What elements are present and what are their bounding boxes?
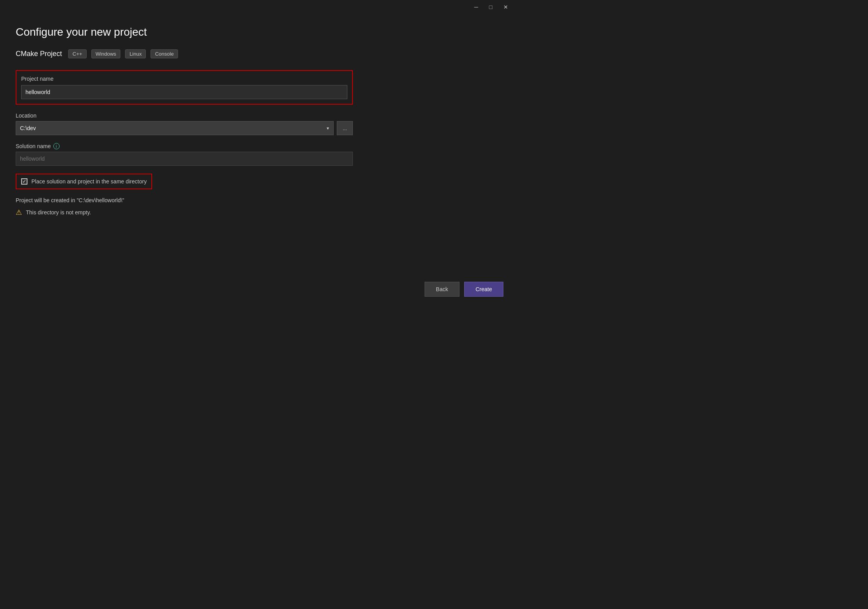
warning-text: This directory is not empty.	[26, 209, 91, 216]
same-directory-checkbox[interactable]: ✓	[21, 178, 27, 185]
maximize-button[interactable]: □	[487, 2, 495, 12]
project-name-label: Project name	[21, 76, 347, 82]
title-bar: ─ □ ✕	[0, 0, 515, 14]
location-label: Location	[16, 112, 353, 119]
minimize-button[interactable]: ─	[472, 2, 481, 12]
same-directory-label: Place solution and project in the same d…	[31, 178, 147, 185]
create-button[interactable]: Create	[464, 282, 503, 297]
location-row: C:\dev ▼ ...	[16, 121, 353, 135]
page-title: Configure your new project	[16, 26, 499, 38]
tag-windows: Windows	[91, 49, 121, 58]
project-name-input[interactable]	[21, 85, 347, 99]
back-button[interactable]: Back	[425, 282, 459, 297]
warning-icon: ⚠	[16, 208, 22, 217]
solution-name-input[interactable]	[16, 152, 353, 166]
solution-name-label: Solution name i	[16, 143, 353, 149]
solution-name-info-icon: i	[53, 143, 60, 149]
tag-linux: Linux	[125, 49, 146, 58]
location-select-wrapper: C:\dev ▼	[16, 121, 334, 135]
main-content: Configure your new project CMake Project…	[0, 14, 515, 228]
project-name-field-group: Project name	[16, 70, 353, 105]
solution-name-field-group: Solution name i	[16, 143, 353, 166]
location-select[interactable]: C:\dev	[16, 121, 334, 135]
tag-cpp: C++	[68, 49, 87, 58]
same-directory-checkbox-wrapper[interactable]: ✓ Place solution and project in the same…	[16, 174, 152, 189]
warning-row: ⚠ This directory is not empty.	[16, 208, 353, 217]
close-button[interactable]: ✕	[501, 2, 510, 12]
form-section: Project name Location C:\dev ▼ ... Solut…	[16, 70, 353, 217]
checkmark-icon: ✓	[22, 179, 26, 184]
tag-console: Console	[151, 49, 178, 58]
location-field-group: Location C:\dev ▼ ...	[16, 112, 353, 135]
bottom-bar: Back Create	[425, 282, 503, 297]
project-path-info: Project will be created in "C:\dev\hello…	[16, 197, 353, 203]
browse-button[interactable]: ...	[337, 121, 353, 135]
project-type-row: CMake Project C++ Windows Linux Console	[16, 49, 499, 58]
project-type-name: CMake Project	[16, 50, 62, 58]
